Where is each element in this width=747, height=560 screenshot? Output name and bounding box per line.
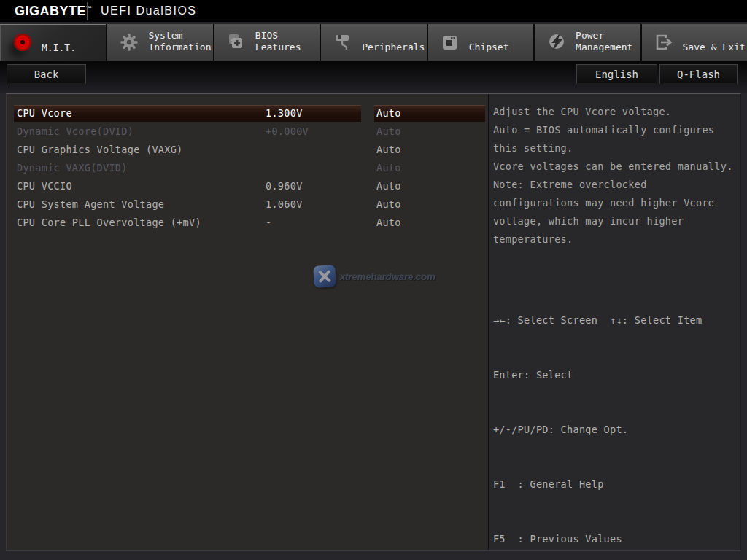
setting-name: CPU Graphics Voltage (VAXG) [17, 141, 183, 159]
setting-value: +0.000V [266, 122, 309, 141]
setting-name: Dynamic Vcore(DVID) [17, 122, 133, 141]
setting-row-dynamic-vcore: Dynamic Vcore(DVID) +0.000V Auto [7, 122, 488, 141]
setting-name: CPU VCCIO [17, 177, 72, 195]
help-line: Note: Extreme overclocked [493, 176, 738, 194]
setting-option: Auto [376, 122, 401, 141]
tab-power-management[interactable]: Power Management [535, 24, 640, 61]
setting-option: Auto [376, 159, 401, 177]
header-separator [87, 2, 88, 20]
help-line: Adjust the CPU Vcore voltage. [493, 103, 738, 121]
help-text: Adjust the CPU Vcore voltage. Auto = BIO… [489, 94, 740, 249]
tab-save-exit[interactable]: Save & Exit [642, 24, 747, 61]
setting-option: Auto [376, 195, 401, 214]
tab-bios-features[interactable]: BIOS Features [214, 24, 320, 61]
gigabyte-logo: GIGABYTE™ [15, 4, 93, 19]
setting-row-cpu-vcore[interactable]: CPU Vcore 1.300V Auto [7, 104, 488, 122]
help-line: Auto = BIOS automatically configures [493, 121, 738, 139]
setting-value: - [266, 214, 271, 232]
bios-title: UEFI DualBIOS [101, 4, 197, 18]
back-button[interactable]: Back [7, 64, 86, 84]
setting-option: Auto [376, 177, 401, 195]
gear-icon [117, 31, 141, 54]
setting-name: CPU System Agent Voltage [17, 195, 164, 214]
tab-label: System Information [148, 28, 211, 56]
shortcut-line: F1 : General Help [493, 475, 739, 494]
tab-system-information[interactable]: System Information [107, 24, 212, 61]
shortcut-line: →←: Select Screen ↑↓: Select Item [493, 311, 739, 330]
setting-option: Auto [376, 104, 401, 122]
setting-value: 1.300V [266, 104, 303, 122]
setting-row-cpu-system-agent[interactable]: CPU System Agent Voltage 1.060V Auto [7, 195, 488, 214]
help-line: Vcore voltages can be entered manually. [493, 158, 738, 176]
tab-label: Peripherals [362, 28, 425, 56]
power-bolt-icon [545, 31, 568, 54]
keyboard-shortcuts: →←: Select Screen ↑↓: Select Item Enter:… [489, 249, 740, 560]
setting-option: Auto [376, 214, 401, 232]
setting-name: CPU Vcore [17, 104, 72, 122]
help-line: voltage, which may incur higher [493, 212, 738, 230]
main-panel: CPU Vcore 1.300V Auto Dynamic Vcore(DVID… [6, 93, 741, 551]
shortcut-line: F5 : Previous Values [493, 530, 739, 548]
qflash-button[interactable]: Q-Flash [659, 64, 738, 84]
tab-chipset[interactable]: Chipset [428, 24, 533, 61]
top-header-bar: GIGABYTE™ UEFI DualBIOS [0, 0, 747, 22]
setting-row-cpu-core-pll[interactable]: CPU Core PLL Overvoltage (+mV) - Auto [7, 214, 488, 232]
setting-row-cpu-graphics-voltage[interactable]: CPU Graphics Voltage (VAXG) Auto [7, 141, 488, 159]
help-line: this setting. [493, 139, 738, 158]
shortcut-line: Enter: Select [493, 366, 739, 384]
setting-row-dynamic-vaxg: Dynamic VAXG(DVID) Auto [7, 159, 488, 177]
mit-red-dot-icon [11, 31, 34, 55]
setting-name: CPU Core PLL Overvoltage (+mV) [17, 214, 201, 232]
help-line: configurations may need higher Vcore [493, 194, 738, 212]
chip-plus-icon [225, 31, 248, 54]
exit-arrow-icon [652, 31, 676, 54]
setting-name: Dynamic VAXG(DVID) [17, 159, 128, 177]
tab-label: Chipset [469, 28, 509, 56]
shortcut-line: +/-/PU/PD: Change Opt. [493, 421, 739, 439]
settings-list: CPU Vcore 1.300V Auto Dynamic Vcore(DVID… [7, 94, 488, 550]
setting-value: 1.060V [266, 195, 303, 214]
setting-option: Auto [376, 141, 401, 159]
peripheral-cable-icon [331, 31, 355, 54]
tab-label: BIOS Features [255, 28, 301, 56]
tab-label: Power Management [576, 28, 632, 56]
chipset-icon [438, 31, 462, 54]
tab-mit[interactable]: M.I.T. [0, 24, 106, 61]
help-line: temperatures. [493, 230, 738, 249]
help-panel: Adjust the CPU Vcore voltage. Auto = BIO… [489, 94, 740, 550]
setting-row-cpu-vccio[interactable]: CPU VCCIO 0.960V Auto [7, 177, 488, 195]
tab-peripherals[interactable]: Peripherals [321, 24, 426, 61]
language-button[interactable]: English [576, 64, 657, 84]
setting-value: 0.960V [266, 177, 303, 195]
tab-label: M.I.T. [42, 29, 76, 57]
tab-label: Save & Exit [683, 28, 746, 56]
main-tab-bar: M.I.T. System Information [0, 24, 747, 61]
